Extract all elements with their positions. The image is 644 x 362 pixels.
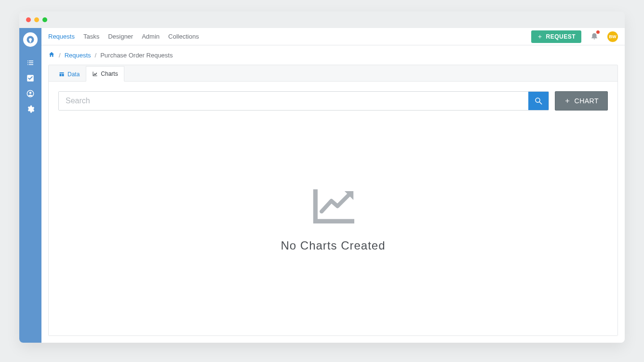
- breadcrumb-requests-link[interactable]: Requests: [65, 52, 91, 59]
- breadcrumb-separator: /: [59, 52, 61, 59]
- sidebar-item-profile[interactable]: [19, 86, 41, 101]
- new-request-label: REQUEST: [546, 33, 576, 40]
- main-area: Requests Tasks Designer Admin Collection…: [41, 28, 625, 343]
- new-request-button[interactable]: REQUEST: [531, 30, 581, 43]
- window-close-dot[interactable]: [26, 17, 31, 22]
- user-circle-icon: [26, 89, 35, 98]
- svg-point-6: [536, 98, 540, 102]
- gear-icon: [26, 105, 35, 113]
- svg-point-5: [29, 92, 32, 94]
- app-root: Requests Tasks Designer Admin Collection…: [19, 28, 625, 343]
- notifications-button[interactable]: [590, 31, 599, 42]
- tab-data[interactable]: Data: [53, 67, 86, 82]
- panel-body: CHART No Charts Created: [49, 82, 617, 335]
- chart-icon: [92, 71, 98, 77]
- empty-state: No Charts Created: [58, 111, 608, 326]
- user-avatar[interactable]: BW: [607, 31, 618, 42]
- top-nav: Requests Tasks Designer Admin Collection…: [41, 28, 625, 45]
- tab-charts-label: Charts: [101, 70, 118, 77]
- app-logo[interactable]: [19, 31, 41, 48]
- toolbar: CHART: [58, 91, 608, 111]
- content-panel: Data Charts: [48, 65, 618, 336]
- svg-line-7: [539, 102, 542, 104]
- search-input[interactable]: [59, 92, 528, 110]
- sidebar-item-settings[interactable]: [19, 101, 41, 117]
- logo-mark: [23, 32, 38, 47]
- nav-tasks[interactable]: Tasks: [83, 33, 99, 40]
- tab-data-label: Data: [67, 71, 80, 78]
- avatar-initials: BW: [609, 34, 617, 39]
- browser-window: Requests Tasks Designer Admin Collection…: [19, 12, 625, 343]
- tab-charts[interactable]: Charts: [86, 66, 124, 82]
- nav-requests[interactable]: Requests: [48, 33, 75, 40]
- window-maximize-dot[interactable]: [42, 17, 47, 22]
- window-titlebar: [19, 12, 625, 28]
- plus-icon: [537, 34, 543, 40]
- nav-collections[interactable]: Collections: [168, 33, 199, 40]
- sidebar: [19, 28, 41, 343]
- add-chart-label: CHART: [575, 97, 599, 105]
- svg-rect-2: [30, 40, 31, 42]
- sidebar-item-list[interactable]: [19, 55, 41, 70]
- search-button[interactable]: [528, 92, 549, 110]
- add-chart-button[interactable]: CHART: [555, 91, 608, 111]
- breadcrumb-home[interactable]: [48, 51, 55, 59]
- tabs: Data Charts: [49, 65, 617, 82]
- plus-icon: [564, 97, 571, 104]
- nav-designer[interactable]: Designer: [108, 33, 133, 40]
- breadcrumb-separator: /: [95, 52, 97, 59]
- empty-chart-icon: [307, 184, 360, 230]
- search-icon: [534, 97, 543, 105]
- empty-state-title: No Charts Created: [281, 239, 385, 252]
- home-icon: [48, 51, 55, 58]
- breadcrumb: / Requests / Purchase Order Requests: [41, 45, 625, 65]
- checkbox-icon: [26, 74, 35, 83]
- sidebar-item-tasks[interactable]: [19, 70, 41, 86]
- table-icon: [59, 71, 65, 77]
- list-icon: [26, 58, 35, 67]
- window-minimize-dot[interactable]: [34, 17, 39, 22]
- nav-admin[interactable]: Admin: [142, 33, 160, 40]
- breadcrumb-current: Purchase Order Requests: [100, 52, 173, 59]
- notification-badge: [596, 30, 600, 34]
- search-field-wrapper: [58, 91, 549, 111]
- content-shell: Data Charts: [41, 65, 625, 343]
